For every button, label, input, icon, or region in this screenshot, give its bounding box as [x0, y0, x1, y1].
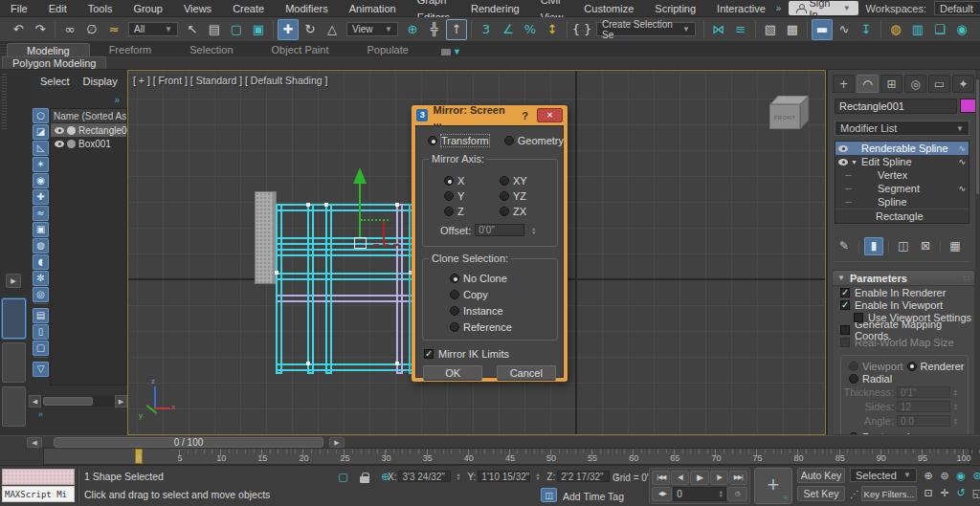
curve-editor-icon[interactable]: ∿ [834, 19, 855, 40]
spinner-icon[interactable] [951, 401, 960, 412]
modifier-eye-icon[interactable] [838, 145, 848, 152]
lock-cell-editing-icon[interactable]: ▯ [33, 324, 49, 340]
visibility-eye-icon[interactable] [55, 141, 64, 147]
render-production-icon[interactable]: ◉ [951, 19, 972, 40]
set-keys-button[interactable]: + [754, 468, 792, 504]
expand-arrow-icon[interactable]: ▼ [851, 159, 858, 165]
separator[interactable] [940, 240, 941, 253]
sort-list-icon[interactable]: ▤ [33, 308, 49, 323]
parameter-field[interactable]: Sides: 12 [841, 400, 968, 413]
scene-list-item[interactable]: Box001 [51, 137, 126, 150]
window-crossing-icon[interactable]: ▣ [248, 19, 269, 40]
time-configuration-icon[interactable]: ◷ [727, 487, 747, 501]
scene-explorer-layers-icon[interactable]: ▩ [782, 19, 803, 40]
parameter-field[interactable]: Thickness: 0'1" [841, 385, 968, 399]
rectangle001-spline[interactable] [276, 204, 415, 374]
modifier-stack-row[interactable]: ▼ Segment ∿ [835, 182, 969, 195]
zoom-region-icon[interactable]: ⊡ [921, 485, 936, 501]
show-end-result-icon[interactable]: ▮ [864, 237, 883, 255]
render-setup-icon[interactable]: ▥ [907, 19, 928, 40]
angle-snap-icon[interactable]: ∠ [498, 19, 519, 40]
offset-field[interactable]: 0'0" [475, 224, 524, 236]
coordinate-field[interactable]: Z: 2'2 17/32" [546, 471, 621, 482]
auto-key-button[interactable]: Auto Key [797, 468, 845, 483]
name-column-header[interactable]: Name (Sorted Ascend [51, 109, 126, 123]
separator[interactable] [33, 303, 48, 307]
parameter-field[interactable]: Angle: 0.0 [841, 414, 968, 428]
mirror-icon[interactable]: ⋈ [708, 19, 729, 40]
key-steps-icon[interactable]: ⋰ [850, 489, 859, 499]
parameter-checkbox[interactable]: Real-World Map Size [833, 337, 974, 348]
rectangular-selection-region-icon[interactable]: ▢ [226, 19, 247, 40]
scene-list-item[interactable]: Rectangle001 [51, 123, 126, 137]
select-and-rotate-icon[interactable]: ↻ [300, 19, 321, 40]
workspace-dropdown[interactable]: Default ▼ [934, 1, 980, 15]
polygon-modeling-panel[interactable]: Polygon Modeling [2, 56, 106, 69]
spinner-icon[interactable] [951, 415, 960, 427]
key-mode-dropdown[interactable]: Selected▼ [850, 468, 917, 482]
display-shapes-icon[interactable]: ◺ [33, 141, 49, 156]
use-pivot-point-center-icon[interactable]: ⊕ [402, 19, 423, 40]
scrollbar-thumb[interactable] [43, 397, 93, 406]
select-and-manipulate-icon[interactable]: ╬ [424, 19, 445, 40]
menu-item[interactable]: Edit [38, 0, 78, 17]
ribbon-tab[interactable]: Modeling [7, 43, 90, 56]
ribbon-toggle-icon[interactable]: ▬ [812, 19, 833, 40]
layer-manager-icon[interactable]: ▧ [760, 19, 781, 40]
spinner-icon[interactable] [951, 386, 960, 398]
separator[interactable] [858, 240, 859, 253]
menu-overflow-icon[interactable]: » [776, 3, 782, 13]
maximize-viewport-toggle-icon[interactable]: ◱ [969, 485, 980, 501]
rendered-frame-window-icon[interactable]: ❏ [929, 19, 950, 40]
ribbon-tab[interactable]: Selection [170, 43, 252, 56]
select-object-icon[interactable]: ↖ [182, 19, 203, 40]
expand-panel-arrow-icon[interactable]: ▶ [6, 274, 21, 288]
help-button[interactable]: ? [518, 110, 532, 121]
motion-tab-icon[interactable]: ◎ [904, 75, 926, 93]
viewport-layout-tab[interactable] [2, 386, 26, 427]
named-selection-sets-icon[interactable]: { } [571, 19, 592, 40]
percent-snap-icon[interactable]: % [520, 19, 541, 40]
mirror-axis-radio[interactable]: X [444, 175, 500, 187]
viewport-radio[interactable]: Viewport [849, 361, 903, 372]
clone-option-radio[interactable]: No Clone [450, 273, 557, 284]
menu-item[interactable]: Rendering [460, 0, 530, 17]
viewcube[interactable]: FRONT [767, 96, 811, 136]
tab-select[interactable]: Select [40, 76, 70, 87]
display-containers-icon[interactable]: ✼ [33, 271, 49, 286]
select-and-move-icon[interactable]: ✚ [278, 19, 299, 40]
menu-item[interactable]: Tools [78, 0, 123, 17]
modifier-list-dropdown[interactable]: Modifier List ▼ [835, 121, 969, 136]
dialog-title-bar[interactable]: 3 Mirror: Screen ... ? ✕ [415, 105, 564, 125]
pan-view-icon[interactable]: ✛ [937, 485, 952, 501]
parameter-checkbox[interactable]: Enable In Viewport [833, 299, 974, 311]
set-key-button[interactable]: Set Key [797, 486, 845, 501]
separator[interactable] [888, 240, 889, 253]
coordinate-field[interactable]: X: 3'3 24/32" [388, 471, 462, 482]
time-slider-thumb[interactable]: 0 / 100 [54, 437, 323, 448]
go-to-start-icon[interactable]: |◀◀ [652, 471, 670, 485]
schematic-view-icon[interactable]: ↧ [856, 19, 877, 40]
mirror-mode-radio[interactable]: Transform [428, 135, 489, 146]
panel-scrollbar[interactable] [975, 70, 980, 435]
parameters-rollout-header[interactable]: ▼ Parameters ∷ [833, 271, 974, 286]
bind-to-space-warp-icon[interactable]: ≈ [103, 19, 124, 40]
mirror-axis-radio[interactable]: ZX [500, 206, 555, 217]
coordinate-field[interactable]: Y: 1'10 15/32" [467, 471, 542, 482]
parameter-checkbox[interactable]: Enable In Renderer [833, 287, 974, 298]
unlink-selection-icon[interactable]: ∅ [81, 19, 102, 40]
filter-funnel-icon[interactable]: ▽ [33, 362, 49, 377]
selection-lock-toggle-icon[interactable] [360, 473, 369, 483]
viewport-layout-tab[interactable] [2, 298, 26, 339]
display-tab-icon[interactable]: ▭ [928, 75, 950, 93]
spinner-icon[interactable] [529, 225, 538, 236]
move-gizmo-x-axis[interactable] [383, 221, 385, 246]
ribbon-grip[interactable] [0, 42, 7, 56]
configure-modifier-sets-icon[interactable]: ▦ [946, 237, 965, 255]
display-space-warps-icon[interactable]: ≈ [33, 206, 49, 221]
display-lights-icon[interactable]: ✶ [33, 157, 49, 172]
align-icon[interactable]: ≡ [730, 19, 751, 40]
move-gizmo-y-arrow-icon[interactable] [353, 167, 367, 184]
dock-grip[interactable] [2, 72, 7, 129]
tab-display[interactable]: Display [83, 76, 118, 87]
